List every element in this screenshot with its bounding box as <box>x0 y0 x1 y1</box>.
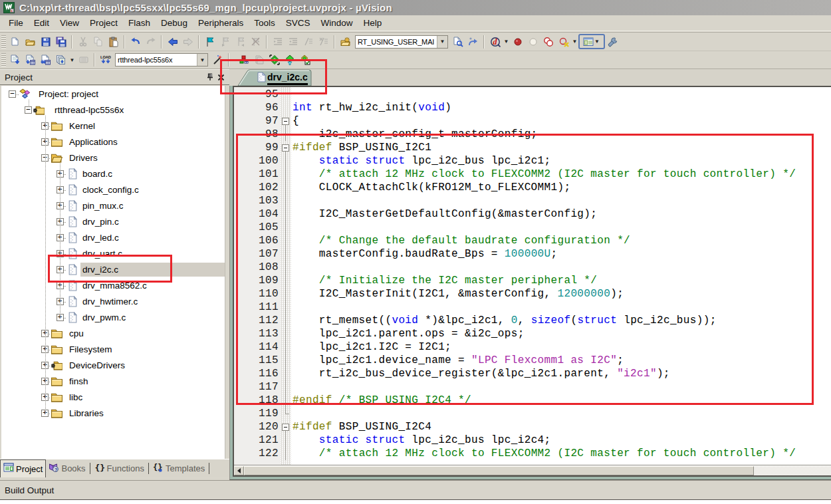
incremental-find-button[interactable] <box>465 34 481 49</box>
tree-item-drivers[interactable]: −Drivers <box>1 150 225 166</box>
toolbar-grip[interactable] <box>1 53 6 66</box>
navigate-forward-button[interactable] <box>180 34 195 49</box>
menu-window[interactable]: Window <box>315 16 358 30</box>
uncomment-selection-button[interactable] <box>316 34 331 49</box>
tree-item-drv-hwtimer-c[interactable]: +drv_hwtimer.c <box>1 294 225 310</box>
menu-edit[interactable]: Edit <box>29 16 55 30</box>
tree-connector-line <box>49 382 51 382</box>
build-button[interactable] <box>23 53 38 68</box>
target-select-combo-dropdown-icon[interactable]: ▼ <box>197 54 207 66</box>
open-file-button[interactable] <box>23 34 38 49</box>
tree-item-finsh[interactable]: +finsh <box>1 374 225 390</box>
save-all-button[interactable] <box>53 34 68 49</box>
tree-item-cpu[interactable]: +cpu <box>1 326 225 342</box>
unindent-button[interactable] <box>270 34 285 49</box>
panel-tab-templates[interactable]: {}Templates <box>150 459 207 477</box>
templates-tab-icon: {} <box>153 462 164 475</box>
tree-item-label: Drivers <box>69 153 98 163</box>
previous-bookmark-button[interactable] <box>217 34 233 49</box>
comment-selection-button[interactable] <box>300 34 316 49</box>
batch-build-button[interactable] <box>53 53 68 68</box>
code-token: void <box>418 102 445 114</box>
menu-view[interactable]: View <box>55 16 84 30</box>
disable-all-breakpoints-button[interactable] <box>540 34 556 49</box>
panel-tab-label: Templates <box>166 463 205 473</box>
clear-bookmarks-button[interactable] <box>248 34 263 49</box>
rebuild-all-button[interactable] <box>38 53 53 68</box>
tree-item-clock-config-c[interactable]: +clock_config.c <box>1 182 225 198</box>
quick-find-combo[interactable]: RT_USING_USER_MAI▼ <box>355 35 448 49</box>
dropdown-arrow-icon[interactable]: ▼ <box>571 39 578 45</box>
tree-item-label: board.c <box>82 169 112 179</box>
tree-item-libraries[interactable]: +Libraries <box>1 406 225 422</box>
panel-tab-books[interactable]: ?Books <box>46 459 88 477</box>
code-token: /* attach 12 MHz clock to FLEXCOMM2 (I2C… <box>319 447 796 459</box>
tree-item-drv-pin-c[interactable]: +drv_pin.c <box>1 214 225 230</box>
window-layout-button[interactable]: ▼ <box>578 34 605 49</box>
menu-project[interactable]: Project <box>84 16 123 30</box>
scroll-left-button[interactable] <box>234 466 244 475</box>
quick-find-combo-dropdown-icon[interactable]: ▼ <box>437 36 447 48</box>
insert-breakpoint-button[interactable] <box>510 34 525 49</box>
menu-peripherals[interactable]: Peripherals <box>193 16 249 30</box>
enable-breakpoint-button[interactable] <box>525 34 540 49</box>
tree-connector-line <box>49 414 51 414</box>
scrollbar-thumb[interactable] <box>244 466 754 475</box>
undo-button[interactable] <box>128 34 143 49</box>
new-file-button[interactable] <box>7 34 23 49</box>
next-bookmark-button[interactable] <box>233 34 248 49</box>
paste-button[interactable] <box>106 34 121 49</box>
tree-item-kernel[interactable]: +Kernel <box>1 118 225 134</box>
collapse-icon[interactable]: − <box>9 90 16 98</box>
save-button[interactable] <box>38 34 53 49</box>
panel-tab-project[interactable]: Project <box>0 459 46 477</box>
arrow-back-icon <box>168 37 178 47</box>
tree-item-applications[interactable]: +Applications <box>1 134 225 150</box>
collapse-icon[interactable]: − <box>25 106 32 114</box>
menu-debug[interactable]: Debug <box>156 16 193 30</box>
tree-item-pin-mux-c[interactable]: +pin_mux.c <box>1 198 225 214</box>
stop-build-button[interactable] <box>76 53 91 68</box>
dropdown-arrow-icon[interactable]: ▼ <box>68 57 76 63</box>
panel-tab-functions[interactable]: {}Functions <box>92 459 147 477</box>
code-fold-icon[interactable] <box>282 424 289 431</box>
tree-item-label: pin_mux.c <box>82 201 124 211</box>
svg-text:s: s <box>11 9 13 13</box>
menu-tools[interactable]: Tools <box>249 16 281 30</box>
indent-button[interactable] <box>285 34 300 49</box>
start-debug-session-button[interactable]: d <box>487 34 503 49</box>
tree-item-rtthread-lpc55s6x[interactable]: −rtthread-lpc55s6x <box>1 102 225 118</box>
pin-icon[interactable] <box>205 72 215 82</box>
tree-item-drv-led-c[interactable]: +drv_led.c <box>1 230 225 246</box>
navigate-back-button[interactable] <box>165 34 180 49</box>
dropdown-arrow-icon[interactable]: ▼ <box>503 39 510 45</box>
tree-item-libc[interactable]: +libc <box>1 390 225 406</box>
menu-file[interactable]: File <box>3 16 29 30</box>
target-select-combo[interactable]: rtthread-lpc55s6x▼ <box>115 53 208 66</box>
toolbar-separator <box>483 35 485 49</box>
download-button[interactable]: LOAD <box>98 53 113 68</box>
tree-item-filesystem[interactable]: +Filesystem <box>1 342 225 358</box>
tree-item-project-project[interactable]: −Project: project <box>1 86 225 102</box>
menu-help[interactable]: Help <box>358 16 388 30</box>
window-layout-dropdown-icon[interactable]: ▼ <box>594 39 601 45</box>
horizontal-scrollbar[interactable] <box>234 465 831 475</box>
toolbar-separator <box>198 35 199 49</box>
insert-bookmark-button[interactable] <box>202 34 217 49</box>
copy-button[interactable] <box>90 34 106 49</box>
configure-tools-button[interactable] <box>605 34 620 49</box>
menu-flash[interactable]: Flash <box>123 16 156 30</box>
cut-button[interactable] <box>75 34 90 49</box>
find-in-files-button[interactable] <box>338 34 353 49</box>
tree-item-drv-pwm-c[interactable]: +drv_pwm.c <box>1 310 225 326</box>
translate-button[interactable] <box>7 53 23 68</box>
redo-button[interactable] <box>143 34 158 49</box>
kill-all-breakpoints-button[interactable] <box>556 34 571 49</box>
code-fold-icon[interactable] <box>282 118 289 125</box>
toolbar-grip[interactable] <box>1 35 6 49</box>
tree-item-board-c[interactable]: +board.c <box>1 166 225 182</box>
tree-item-devicedrivers[interactable]: +DeviceDrivers <box>1 358 225 374</box>
find-in-files-dialog-button[interactable] <box>450 34 465 49</box>
bp-kill-icon <box>558 37 569 47</box>
menu-svcs[interactable]: SVCS <box>281 16 316 30</box>
